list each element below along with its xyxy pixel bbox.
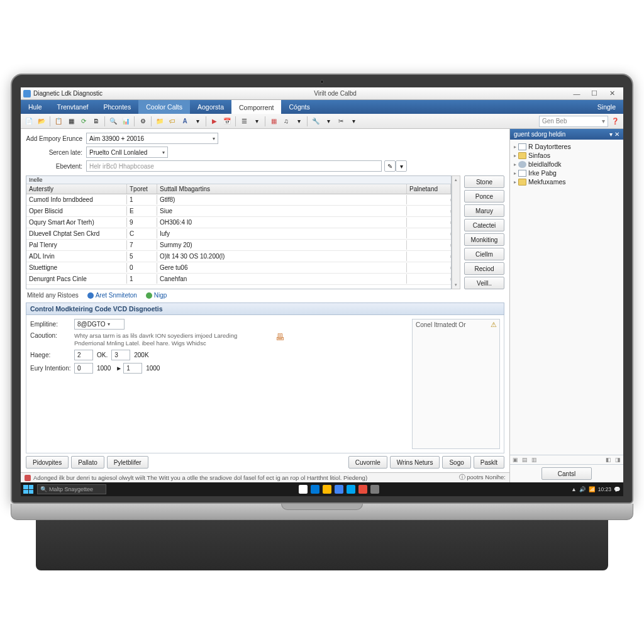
tool-new-icon[interactable]: 📄 <box>23 116 35 127</box>
tool-gear-icon[interactable]: ⚙ <box>137 116 148 127</box>
action-button-monkiting[interactable]: Monkiting <box>464 233 504 246</box>
link-aret-snmiteton[interactable]: Aret Snmiteton <box>87 292 137 299</box>
table-row[interactable]: Pal Tlenry7Surnmy 20) <box>26 240 451 251</box>
menu-coolor-calts[interactable]: Coolor Calts <box>138 100 190 114</box>
menu-phcontes[interactable]: Phcontes <box>96 100 138 114</box>
tool-dd4-icon[interactable]: ▾ <box>348 116 359 127</box>
th-tporet[interactable]: Tporet <box>127 184 157 194</box>
bottom-button-cuvornle[interactable]: Cuvornle <box>348 456 387 469</box>
input-add-empory[interactable]: Aim 33900 + 20016 <box>86 133 218 144</box>
bottom-button-pallato[interactable]: Pallato <box>71 456 104 469</box>
side-mini-4-icon[interactable]: ◧ <box>606 457 611 463</box>
tool-down-icon[interactable]: ▾ <box>192 116 203 127</box>
table-row[interactable]: Stuettigne0Gere tu06 <box>26 262 451 274</box>
ebevtent-edit-icon[interactable]: ✎ <box>384 160 396 172</box>
tool-help-icon[interactable]: ❓ <box>609 116 621 127</box>
taskbar-search[interactable]: 🔍 Maltp Snaygettee <box>37 484 106 494</box>
tool-refresh-icon[interactable]: ⟳ <box>78 116 89 127</box>
system-tray[interactable]: ▲🔊📶10:23💬 <box>571 486 621 492</box>
tool-tag-icon[interactable]: 🏷 <box>167 116 178 127</box>
tool-font-icon[interactable]: A <box>179 116 191 127</box>
taskbar-app3-icon[interactable] <box>323 485 331 494</box>
menu-aogorsta[interactable]: Aogorsta <box>190 100 231 114</box>
tool-wrench-icon[interactable]: 🔧 <box>310 116 321 127</box>
table-scrollbar[interactable]: ▴▾ <box>452 175 460 289</box>
tool-dd3-icon[interactable]: ▾ <box>323 116 334 127</box>
tool-chart-icon[interactable]: 📊 <box>120 116 131 127</box>
action-button-ponce[interactable]: Ponce <box>464 190 504 203</box>
table-row[interactable]: Oqury Smart Aor Tterh)9OH306:4 I0 <box>26 217 451 228</box>
th-auterstly[interactable]: Auterstly <box>26 184 127 194</box>
table-row[interactable]: Oper BliscidESiue <box>26 206 451 217</box>
menu-single[interactable]: Single <box>590 100 623 114</box>
tree-item[interactable]: ▸Sinfaos <box>513 151 621 160</box>
taskbar-app1-icon[interactable] <box>299 485 308 494</box>
side-mini-3-icon[interactable]: ▥ <box>531 457 537 463</box>
bottom-button-sogo[interactable]: Sogo <box>442 456 470 469</box>
th-palnetand[interactable]: Palnetand <box>407 184 451 194</box>
tree-item[interactable]: ▸Irke Pabg <box>513 169 621 177</box>
tool-calendar-icon[interactable]: 📅 <box>221 116 233 127</box>
tool-music-icon[interactable]: ♫ <box>280 116 292 127</box>
input-sercen-late[interactable]: Pruelto Cnll Lonlaled <box>86 147 168 158</box>
minimize-button[interactable]: — <box>568 89 586 99</box>
eury-val1[interactable]: 0 <box>74 363 93 374</box>
tool-cut-icon[interactable]: ✂ <box>335 116 347 127</box>
table-row[interactable]: Dluevell Chptat Sen CkrdCIufy <box>26 228 451 240</box>
start-button[interactable] <box>23 485 33 494</box>
menu-hule[interactable]: Hule <box>21 100 50 114</box>
side-mini-5-icon[interactable]: ◨ <box>615 457 621 463</box>
action-button-veill[interactable]: Veill.. <box>464 277 504 289</box>
tree-item[interactable]: ▸R Daytortteres <box>513 142 621 151</box>
side-mini-1-icon[interactable]: ▣ <box>513 457 518 463</box>
print-icon[interactable]: 🖶 <box>275 332 284 342</box>
side-close-icon[interactable]: ▾ ✕ <box>609 131 619 138</box>
bottom-button-pyletblifer[interactable]: Pyletblifer <box>107 456 148 469</box>
haege-val2[interactable]: 3 <box>111 350 130 360</box>
tree-item[interactable]: ▸bleidlalfodk <box>513 160 621 169</box>
input-emplitine[interactable]: 8@DGTO <box>74 319 125 330</box>
taskbar-app7-icon[interactable] <box>370 485 379 494</box>
tool-table-icon[interactable]: ▦ <box>65 116 77 127</box>
menu-cognts[interactable]: Cógnts <box>281 100 317 114</box>
action-button-maruy[interactable]: Maruy <box>464 204 504 217</box>
eury-val2[interactable]: 1 <box>123 363 142 374</box>
maximize-button[interactable]: ☐ <box>586 89 603 99</box>
tool-copy-icon[interactable]: 📋 <box>53 116 64 127</box>
action-button-reciod[interactable]: Reciod <box>464 262 504 275</box>
toolbar-search-input[interactable]: Gen Beb▾ <box>539 116 608 127</box>
th-suttall[interactable]: Suttall Mbagartins <box>157 184 407 194</box>
link-nigp[interactable]: Nigp <box>146 292 167 299</box>
taskbar-app4-icon[interactable] <box>335 485 343 494</box>
action-button-ciellm[interactable]: Ciellm <box>464 248 504 260</box>
bottom-button-pasklt[interactable]: Pasklt <box>474 456 504 469</box>
table-row[interactable]: ADL Irvin5O)lt 14 30 OS 10.200(l) <box>26 251 451 262</box>
tool-play-icon[interactable]: ▶ <box>209 116 220 127</box>
taskbar-app6-icon[interactable] <box>358 485 367 494</box>
bottom-button-pidovpites[interactable]: Pidovpites <box>26 456 69 469</box>
tree-item[interactable]: ▸Mekfuxames <box>513 177 621 186</box>
side-mini-2-icon[interactable]: ▤ <box>522 457 528 463</box>
tool-dd1-icon[interactable]: ▾ <box>251 116 262 127</box>
side-cancel-button[interactable]: Cantsl <box>541 467 592 480</box>
menu-trenvtanef[interactable]: Trenvtanef <box>50 100 96 114</box>
tool-list-icon[interactable]: ☰ <box>238 116 250 127</box>
action-button-catectei[interactable]: Catectei <box>464 219 504 231</box>
close-button[interactable]: ✕ <box>603 89 621 99</box>
taskbar-app5-icon[interactable] <box>347 485 355 494</box>
action-button-stone[interactable]: Stone <box>464 175 504 188</box>
haege-val1[interactable]: 2 <box>74 350 93 360</box>
bottom-button-wrins neturs[interactable]: Wrins Neturs <box>390 456 440 469</box>
tool-open-icon[interactable]: 📂 <box>36 116 47 127</box>
table-row[interactable]: Cumotl Info brndbdeed1Gtlf8) <box>26 194 451 206</box>
tool-dd2-icon[interactable]: ▾ <box>293 116 304 127</box>
tool-doc-icon[interactable]: 🗎 <box>91 116 102 127</box>
input-ebevtent[interactable]: Helr irBc0 Hhapbcoase <box>86 160 382 172</box>
tool-grid-icon[interactable]: ▦ <box>268 116 279 127</box>
table-row[interactable]: Denurgnt Pacs Cinle1Canehfan <box>26 274 451 285</box>
tool-zoom-icon[interactable]: 🔍 <box>108 116 119 127</box>
menu-comporrent[interactable]: Comporrent <box>231 100 281 114</box>
tool-folder-icon[interactable]: 📁 <box>154 116 165 127</box>
ebevtent-dd-icon[interactable]: ▾ <box>396 160 407 172</box>
taskbar-app2-icon[interactable] <box>311 485 319 494</box>
